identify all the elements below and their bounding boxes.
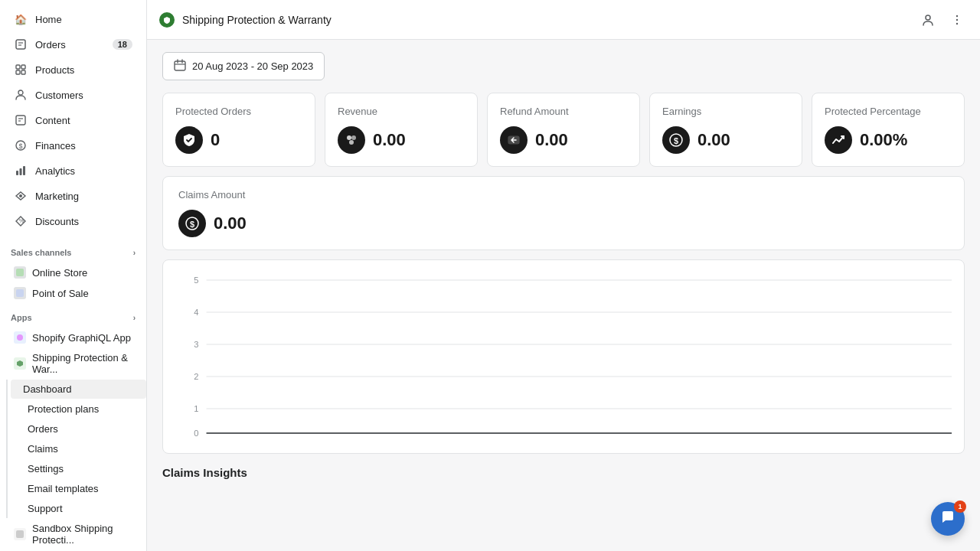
svg-rect-3 — [16, 65, 20, 69]
sandbox-icon — [14, 528, 26, 540]
stat-value: 0.00 — [535, 130, 568, 150]
topbar-actions — [917, 9, 968, 31]
user-avatar[interactable] — [917, 9, 939, 31]
sidebar-item-label: Finances — [35, 140, 132, 152]
claims-amount-card: Claims Amount $ 0.00 — [162, 176, 965, 250]
date-filter-button[interactable]: 20 Aug 2023 - 20 Sep 2023 — [162, 52, 325, 80]
stat-title: Revenue — [338, 106, 465, 117]
sidebar-item-label: Analytics — [35, 165, 132, 177]
stat-value-row: $ 0.00 — [662, 126, 789, 154]
sidebar-sub-settings[interactable]: Settings — [15, 459, 142, 478]
svg-point-32 — [351, 135, 356, 140]
graphql-icon — [14, 331, 26, 344]
svg-rect-13 — [16, 171, 18, 175]
more-options-icon[interactable] — [946, 9, 968, 31]
sidebar-sub-dashboard[interactable]: Dashboard — [11, 380, 146, 399]
sidebar-sub-support[interactable]: Support — [15, 499, 142, 518]
claims-dollar-icon: $ — [178, 210, 206, 237]
svg-text:1: 1 — [194, 404, 198, 413]
stat-value-row: 0 — [175, 126, 302, 154]
sidebar-sub-protection-plans[interactable]: Protection plans — [15, 399, 142, 419]
claims-insights-title: Claims Insights — [162, 463, 965, 479]
chart-area: 5 4 3 2 1 0 — [175, 272, 952, 441]
stat-title: Refund Amount — [500, 106, 627, 117]
chat-icon — [940, 510, 956, 529]
sidebar-item-content[interactable]: Content — [5, 108, 142, 132]
stat-value: 0.00 — [697, 130, 730, 150]
chevron-right-icon: › — [133, 249, 136, 257]
stat-title: Protected Percentage — [825, 106, 952, 117]
svg-text:3: 3 — [194, 340, 198, 349]
svg-rect-15 — [23, 166, 25, 175]
stat-card-protected-percentage: Protected Percentage 0.00% — [812, 93, 965, 167]
chevron-right-icon: › — [133, 314, 136, 322]
sidebar-item-orders[interactable]: Orders 18 — [5, 32, 142, 57]
svg-point-23 — [926, 15, 930, 20]
home-icon: 🏠 — [14, 12, 28, 26]
topbar: Shipping Protection & Warranty — [147, 0, 980, 40]
stat-card-refund-amount: Refund Amount 0.00 — [487, 93, 640, 167]
chat-button[interactable]: 1 — [931, 502, 965, 536]
sidebar-sub-claims[interactable]: Claims — [15, 439, 142, 458]
sidebar-item-home[interactable]: 🏠 Home — [5, 7, 142, 31]
svg-point-20 — [17, 334, 23, 341]
products-icon — [14, 63, 28, 77]
dollar-icon: $ — [662, 126, 690, 154]
sidebar-item-online-store[interactable]: Online Store — [5, 262, 142, 282]
content-icon — [14, 113, 28, 127]
sidebar-item-label: Orders — [35, 39, 105, 51]
sidebar-item-customers[interactable]: Customers — [5, 83, 142, 107]
chat-badge: 1 — [954, 500, 966, 513]
date-filter-text: 20 Aug 2023 - 20 Sep 2023 — [192, 60, 313, 72]
page-content: 20 Aug 2023 - 20 Sep 2023 Protected Orde… — [147, 40, 980, 551]
apps-section: Apps › — [0, 305, 146, 325]
sidebar-item-products[interactable]: Products — [5, 57, 142, 82]
sidebar-item-graphql[interactable]: Shopify GraphiQL App — [5, 328, 142, 347]
stat-value-row: 0.00% — [825, 126, 952, 154]
sidebar-sub-orders[interactable]: Orders — [15, 419, 142, 439]
sidebar-item-sandbox[interactable]: Sandbox Shipping Protecti... — [5, 519, 142, 549]
shipping-protection-icon — [14, 357, 26, 370]
claims-value: 0.00 — [214, 214, 247, 233]
finances-icon: $ — [14, 139, 28, 152]
sidebar: 🏠 Home Orders 18 Products Customers — [0, 0, 147, 551]
svg-rect-21 — [16, 530, 24, 538]
svg-rect-14 — [20, 168, 22, 175]
svg-rect-5 — [16, 70, 20, 74]
stat-card-earnings: Earnings $ 0.00 — [649, 93, 802, 167]
svg-point-24 — [956, 15, 958, 16]
svg-point-7 — [18, 90, 23, 95]
sidebar-sub-email-templates[interactable]: Email templates — [15, 479, 142, 498]
svg-rect-27 — [175, 61, 185, 70]
sidebar-item-shipping-protection[interactable]: Shipping Protection & War... — [5, 348, 142, 379]
svg-point-16 — [19, 194, 22, 197]
sales-channels-section: Sales channels › — [0, 240, 146, 260]
svg-point-31 — [347, 135, 351, 140]
svg-text:$: $ — [674, 136, 678, 145]
sidebar-item-label: Marketing — [35, 191, 132, 202]
stat-value: 0 — [211, 130, 220, 150]
sidebar-item-finances[interactable]: $ Finances — [5, 133, 142, 158]
sidebar-item-discounts[interactable]: % Discounts — [5, 209, 142, 233]
sidebar-item-marketing[interactable]: Marketing — [5, 184, 142, 208]
trend-up-icon — [825, 126, 852, 154]
stat-value: 0.00% — [860, 130, 907, 150]
svg-point-26 — [956, 22, 958, 24]
claims-value-row: $ 0.00 — [178, 210, 949, 237]
svg-point-33 — [349, 140, 354, 145]
svg-text:%: % — [19, 218, 24, 223]
sidebar-item-label: Products — [35, 64, 132, 76]
sidebar-item-label: Home — [35, 14, 132, 25]
sidebar-item-label: Customers — [35, 90, 132, 101]
svg-rect-4 — [21, 65, 25, 69]
sidebar-item-analytics[interactable]: Analytics — [5, 158, 142, 183]
orders-icon — [14, 37, 28, 51]
pos-icon — [14, 287, 26, 299]
shield-check-icon — [175, 126, 203, 154]
stat-value: 0.00 — [373, 130, 406, 150]
sidebar-item-point-of-sale[interactable]: Point of Sale — [5, 283, 142, 303]
svg-rect-19 — [16, 289, 24, 297]
svg-rect-8 — [16, 116, 25, 125]
svg-text:4: 4 — [194, 308, 198, 317]
marketing-icon — [14, 189, 28, 203]
